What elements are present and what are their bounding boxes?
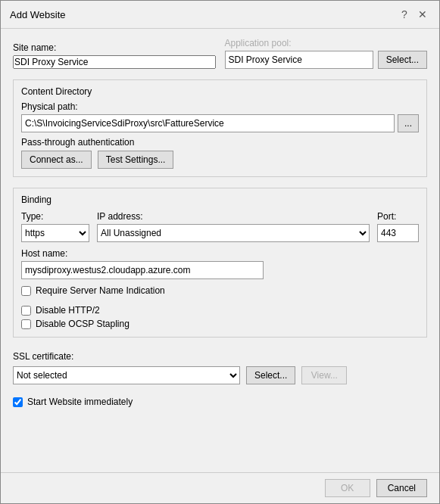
pass-through-label: Pass-through authentication xyxy=(21,137,419,148)
disable-ocsp-checkbox[interactable] xyxy=(21,319,31,329)
require-sni-checkbox[interactable] xyxy=(21,286,31,296)
close-button[interactable]: ✕ xyxy=(415,7,430,22)
ssl-select[interactable]: Not selected xyxy=(13,366,240,384)
host-name-row: Host name: xyxy=(21,248,419,279)
start-website-row: Start Website immediately xyxy=(13,397,427,407)
port-input[interactable] xyxy=(377,224,419,242)
disable-http2-checkbox[interactable] xyxy=(21,306,31,316)
ip-select[interactable]: All Unassigned xyxy=(97,224,370,242)
disable-ocsp-row: Disable OCSP Stapling xyxy=(21,319,419,329)
pass-through-buttons: Connect as... Test Settings... xyxy=(21,151,419,169)
site-name-input[interactable] xyxy=(13,55,216,69)
ssl-section: SSL certificate: Not selected Select... … xyxy=(13,351,427,384)
browse-button[interactable]: ... xyxy=(398,114,419,132)
site-apppool-row: Site name: Application pool: Select... xyxy=(13,38,427,69)
ssl-label: SSL certificate: xyxy=(13,351,427,362)
physical-path-group: Physical path: ... xyxy=(21,101,419,132)
title-bar-controls: ? ✕ xyxy=(397,7,430,22)
ip-group: IP address: All Unassigned xyxy=(97,211,370,242)
physical-path-label: Physical path: xyxy=(21,101,419,112)
dialog-content: Site name: Application pool: Select... C… xyxy=(1,29,439,472)
start-website-checkbox[interactable] xyxy=(13,397,23,407)
content-directory-label: Content Directory xyxy=(21,86,419,97)
dialog-footer: OK Cancel xyxy=(1,472,439,503)
host-name-input[interactable] xyxy=(21,261,264,279)
disable-ocsp-label: Disable OCSP Stapling xyxy=(36,319,130,329)
ok-button[interactable]: OK xyxy=(325,479,370,497)
site-name-label: Site name: xyxy=(13,42,216,53)
app-pool-input[interactable] xyxy=(225,51,373,69)
require-sni-row: Require Server Name Indication xyxy=(21,285,419,296)
disable-http2-row: Disable HTTP/2 xyxy=(21,305,419,316)
ssl-view-button[interactable]: View... xyxy=(301,366,347,384)
app-pool-group: Application pool: Select... xyxy=(225,38,428,69)
ssl-row: Not selected Select... View... xyxy=(13,366,427,384)
app-pool-label: Application pool: xyxy=(225,38,428,48)
require-sni-label: Require Server Name Indication xyxy=(36,285,165,296)
cancel-button[interactable]: Cancel xyxy=(376,479,427,497)
content-directory-section: Content Directory Physical path: ... Pas… xyxy=(13,79,427,177)
start-website-label: Start Website immediately xyxy=(27,397,133,407)
type-group: Type: https http xyxy=(21,211,89,242)
app-pool-select-button[interactable]: Select... xyxy=(378,51,427,69)
disable-http2-label: Disable HTTP/2 xyxy=(36,305,100,316)
host-name-label: Host name: xyxy=(21,248,419,259)
site-name-group: Site name: xyxy=(13,42,216,69)
dialog-title: Add Website xyxy=(10,9,65,20)
binding-type-ip-port-row: Type: https http IP address: All Unassig… xyxy=(21,211,419,242)
type-select[interactable]: https http xyxy=(21,224,89,242)
test-settings-button[interactable]: Test Settings... xyxy=(98,151,174,169)
binding-title: Binding xyxy=(21,194,419,205)
title-bar: Add Website ? ✕ xyxy=(1,1,439,29)
ssl-select-button[interactable]: Select... xyxy=(246,366,295,384)
port-label: Port: xyxy=(377,211,419,222)
port-group: Port: xyxy=(377,211,419,242)
connect-as-button[interactable]: Connect as... xyxy=(21,151,92,169)
binding-section: Binding Type: https http IP address: All… xyxy=(13,188,427,338)
ip-label: IP address: xyxy=(97,211,370,222)
add-website-dialog: Add Website ? ✕ Site name: Application p… xyxy=(0,0,440,504)
physical-path-input[interactable] xyxy=(21,114,395,132)
physical-path-row: ... xyxy=(21,114,419,132)
help-button[interactable]: ? xyxy=(397,7,412,22)
type-label: Type: xyxy=(21,211,89,222)
pass-through-section: Pass-through authentication Connect as..… xyxy=(21,137,419,169)
